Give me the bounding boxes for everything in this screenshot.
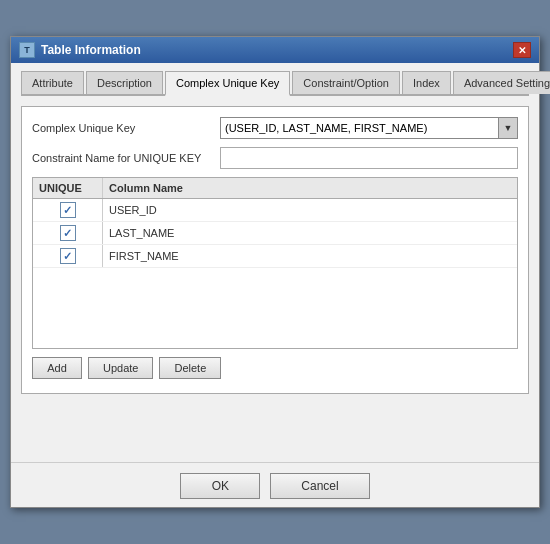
row2-unique-cell bbox=[33, 222, 103, 244]
dialog-title: Table Information bbox=[41, 43, 141, 57]
dialog-icon: T bbox=[19, 42, 35, 58]
complex-unique-key-select-wrapper: (USER_ID, LAST_NAME, FIRST_NAME) ▼ bbox=[220, 117, 518, 139]
update-button[interactable]: Update bbox=[88, 357, 153, 379]
dialog-footer: OK Cancel bbox=[11, 462, 539, 507]
delete-button[interactable]: Delete bbox=[159, 357, 221, 379]
constraint-name-row: Constraint Name for UNIQUE KEY bbox=[32, 147, 518, 169]
tab-constraint-option[interactable]: Constraint/Option bbox=[292, 71, 400, 94]
constraint-name-label: Constraint Name for UNIQUE KEY bbox=[32, 152, 212, 164]
tab-attribute[interactable]: Attribute bbox=[21, 71, 84, 94]
row2-column-name: LAST_NAME bbox=[103, 224, 517, 242]
tab-complex-unique-key[interactable]: Complex Unique Key bbox=[165, 71, 290, 96]
tab-bar: Attribute Description Complex Unique Key… bbox=[21, 71, 529, 96]
row1-column-name: USER_ID bbox=[103, 201, 517, 219]
row3-unique-cell bbox=[33, 245, 103, 267]
complex-unique-key-select[interactable]: (USER_ID, LAST_NAME, FIRST_NAME) bbox=[220, 117, 518, 139]
row3-checkbox[interactable] bbox=[60, 248, 76, 264]
tab-advanced-settings[interactable]: Advanced Settings bbox=[453, 71, 550, 94]
tab-index[interactable]: Index bbox=[402, 71, 451, 94]
row3-column-name: FIRST_NAME bbox=[103, 247, 517, 265]
title-bar: T Table Information ✕ bbox=[11, 37, 539, 63]
table-header: UNIQUE Column Name bbox=[33, 178, 517, 199]
tab-description[interactable]: Description bbox=[86, 71, 163, 94]
row2-checkbox[interactable] bbox=[60, 225, 76, 241]
row1-unique-cell bbox=[33, 199, 103, 221]
complex-unique-key-label: Complex Unique Key bbox=[32, 122, 212, 134]
spacer bbox=[21, 402, 529, 462]
table-empty-space bbox=[33, 268, 517, 348]
table-row: USER_ID bbox=[33, 199, 517, 222]
close-button[interactable]: ✕ bbox=[513, 42, 531, 58]
col-header-unique: UNIQUE bbox=[33, 178, 103, 198]
form-area: Complex Unique Key (USER_ID, LAST_NAME, … bbox=[21, 106, 529, 394]
dialog-body: Attribute Description Complex Unique Key… bbox=[11, 63, 539, 507]
cancel-button[interactable]: Cancel bbox=[270, 473, 369, 499]
constraint-name-input[interactable] bbox=[220, 147, 518, 169]
action-buttons: Add Update Delete bbox=[32, 357, 518, 379]
title-bar-left: T Table Information bbox=[19, 42, 141, 58]
ok-button[interactable]: OK bbox=[180, 473, 260, 499]
row1-checkbox[interactable] bbox=[60, 202, 76, 218]
col-header-column-name: Column Name bbox=[103, 178, 517, 198]
table-information-dialog: T Table Information ✕ Attribute Descript… bbox=[10, 36, 540, 508]
unique-key-table: UNIQUE Column Name USER_ID LAST_NAME bbox=[32, 177, 518, 349]
complex-unique-key-row: Complex Unique Key (USER_ID, LAST_NAME, … bbox=[32, 117, 518, 139]
table-row: FIRST_NAME bbox=[33, 245, 517, 268]
add-button[interactable]: Add bbox=[32, 357, 82, 379]
table-row: LAST_NAME bbox=[33, 222, 517, 245]
